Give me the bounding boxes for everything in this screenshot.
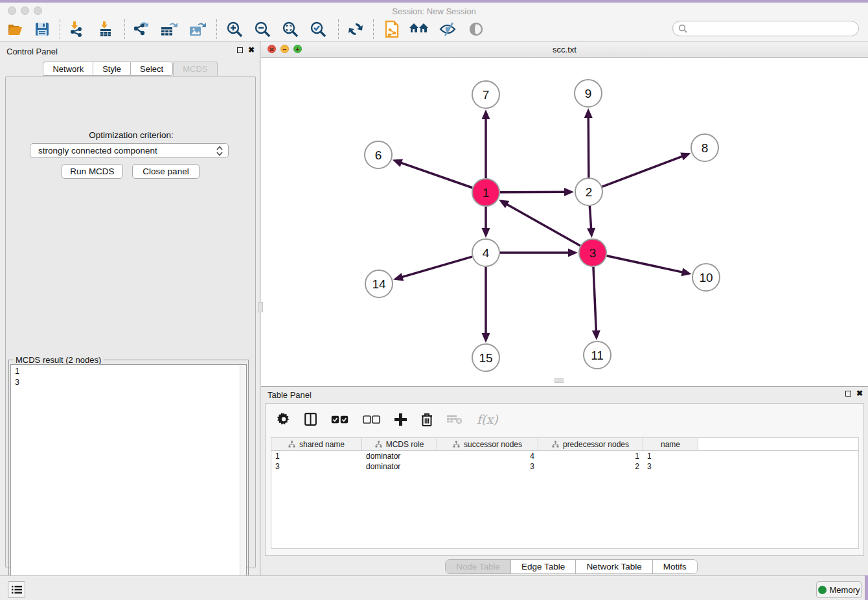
vertical-splitter-grip[interactable] bbox=[258, 302, 263, 312]
tab-edge-table[interactable]: Edge Table bbox=[511, 560, 576, 573]
zoom-fit-icon bbox=[282, 21, 299, 38]
hide-selected-button[interactable] bbox=[437, 19, 459, 40]
zoom-out-button[interactable] bbox=[251, 19, 273, 40]
column-label: shared name bbox=[299, 440, 345, 449]
table-panel-header: Table Panel ✖ bbox=[261, 387, 868, 402]
column-header-shared-name[interactable]: shared name bbox=[271, 438, 362, 450]
export-table-icon bbox=[160, 21, 178, 38]
toolbar-separator bbox=[338, 19, 339, 39]
tab-motifs[interactable]: Motifs bbox=[653, 560, 697, 573]
desktop-edge-strip bbox=[865, 575, 868, 600]
network-view-panel: ✕ − + scc.txt 1234678910111415 bbox=[261, 41, 868, 387]
save-session-button[interactable] bbox=[31, 19, 53, 40]
refresh-icon bbox=[348, 21, 363, 37]
tab-node-table[interactable]: Node Table bbox=[446, 560, 511, 573]
graph-edge-2-9[interactable] bbox=[588, 117, 589, 178]
graph-node-label: 2 bbox=[586, 185, 593, 199]
table-panel-close-icon[interactable]: ✖ bbox=[856, 390, 863, 397]
cell-predecessor-nodes: 1 bbox=[538, 451, 643, 461]
graph-node-label: 7 bbox=[483, 88, 490, 102]
export-network-button[interactable] bbox=[130, 19, 152, 40]
tab-network-table[interactable]: Network Table bbox=[576, 560, 652, 573]
copy-network-icon bbox=[383, 20, 400, 38]
close-panel-button[interactable]: Close panel bbox=[132, 164, 200, 179]
first-neighbors-button[interactable] bbox=[408, 19, 430, 40]
import-table-button[interactable] bbox=[95, 19, 117, 40]
task-history-button[interactable] bbox=[8, 581, 25, 598]
run-mcds-button[interactable]: Run MCDS bbox=[62, 164, 123, 179]
graph-edge-3-1[interactable] bbox=[506, 204, 580, 246]
table-select-all-button[interactable] bbox=[331, 415, 348, 424]
memory-label: Memory bbox=[830, 585, 860, 595]
column-header-successor-nodes[interactable]: successor nodes bbox=[437, 438, 538, 450]
tree-icon bbox=[375, 441, 382, 448]
search-input[interactable] bbox=[672, 21, 859, 36]
export-network-icon bbox=[131, 21, 150, 38]
export-image-icon bbox=[188, 21, 207, 38]
cell-shared-name: 1 bbox=[271, 451, 362, 461]
graph-edge-3-11[interactable] bbox=[593, 267, 596, 332]
graph-edge-2-8[interactable] bbox=[602, 156, 683, 187]
node-table-header-row: shared name MCDS role successor nodes pr… bbox=[271, 438, 858, 451]
graph-edge-4-14[interactable] bbox=[402, 257, 472, 277]
table-delete-table-button[interactable] bbox=[447, 414, 463, 424]
zoom-in-button[interactable] bbox=[223, 19, 246, 40]
table-add-button[interactable] bbox=[394, 413, 407, 426]
mcds-result-scrollbar[interactable] bbox=[240, 365, 246, 600]
graph-edge-3-10[interactable] bbox=[606, 256, 683, 273]
column-header-name[interactable]: name bbox=[643, 438, 698, 450]
import-table-icon bbox=[97, 21, 114, 38]
tab-network[interactable]: Network bbox=[43, 62, 93, 76]
table-columns-button[interactable] bbox=[304, 413, 317, 426]
table-delete-button[interactable] bbox=[421, 413, 433, 426]
column-header-filler bbox=[698, 438, 858, 450]
cell-name: 3 bbox=[643, 461, 698, 472]
function-builder-button[interactable]: f(x) bbox=[477, 412, 498, 426]
copy-network-button[interactable] bbox=[381, 19, 403, 40]
tab-select[interactable]: Select bbox=[130, 62, 173, 76]
network-window-title: scc.txt bbox=[261, 45, 868, 54]
cell-predecessor-nodes: 2 bbox=[538, 461, 643, 472]
export-table-button[interactable] bbox=[158, 19, 180, 40]
column-header-mcds-role[interactable]: MCDS role bbox=[362, 438, 437, 450]
graph-edge-arrowhead bbox=[482, 333, 490, 343]
table-row[interactable]: 1 dominator 4 1 1 bbox=[271, 451, 858, 461]
control-panel-float-icon[interactable] bbox=[237, 47, 243, 53]
table-row[interactable]: 3 dominator 3 2 3 bbox=[271, 461, 858, 472]
zoom-selected-button[interactable] bbox=[307, 19, 329, 40]
toolbar-separator bbox=[216, 19, 217, 39]
tab-style[interactable]: Style bbox=[93, 62, 130, 76]
deselect-all-icon bbox=[363, 415, 380, 424]
memory-button[interactable]: Memory bbox=[816, 581, 862, 598]
apply-layout-button[interactable] bbox=[345, 19, 367, 40]
columns-icon bbox=[304, 413, 317, 426]
mcds-result-text[interactable]: 1 3 bbox=[10, 364, 247, 600]
column-header-predecessor-nodes[interactable]: predecessor nodes bbox=[538, 438, 643, 450]
table-panel-float-icon[interactable] bbox=[845, 391, 851, 397]
graph-edge-1-2[interactable] bbox=[500, 192, 565, 192]
graph-node-label: 1 bbox=[483, 186, 490, 200]
zoom-fit-button[interactable] bbox=[279, 19, 301, 40]
list-icon bbox=[12, 585, 22, 594]
column-label: successor nodes bbox=[464, 440, 522, 449]
graph-edge-1-6[interactable] bbox=[400, 163, 472, 188]
optimization-criterion-select[interactable]: strongly connected component bbox=[30, 143, 229, 158]
graph-edge-arrowhead bbox=[680, 152, 691, 160]
eye-icon bbox=[468, 21, 485, 37]
show-all-button[interactable] bbox=[465, 19, 487, 40]
graph-edge-arrowhead bbox=[587, 228, 595, 238]
memory-status-icon bbox=[818, 586, 827, 594]
graph-node-label: 10 bbox=[699, 271, 713, 284]
horizontal-splitter-grip[interactable] bbox=[554, 378, 564, 383]
table-settings-button[interactable] bbox=[277, 413, 290, 426]
tab-mcds[interactable]: MCDS bbox=[173, 62, 217, 76]
export-image-button[interactable] bbox=[187, 19, 209, 40]
zoom-in-icon bbox=[226, 21, 243, 38]
graph-edge-2-3[interactable] bbox=[589, 206, 591, 229]
table-panel-body: f(x) shared name MCDS role successor nod… bbox=[265, 403, 864, 556]
control-panel-close-icon[interactable]: ✖ bbox=[248, 47, 255, 53]
open-session-button[interactable] bbox=[5, 19, 27, 40]
table-deselect-all-button[interactable] bbox=[363, 415, 380, 424]
import-network-button[interactable] bbox=[65, 19, 87, 40]
network-canvas[interactable]: 1234678910111415 bbox=[261, 58, 868, 386]
